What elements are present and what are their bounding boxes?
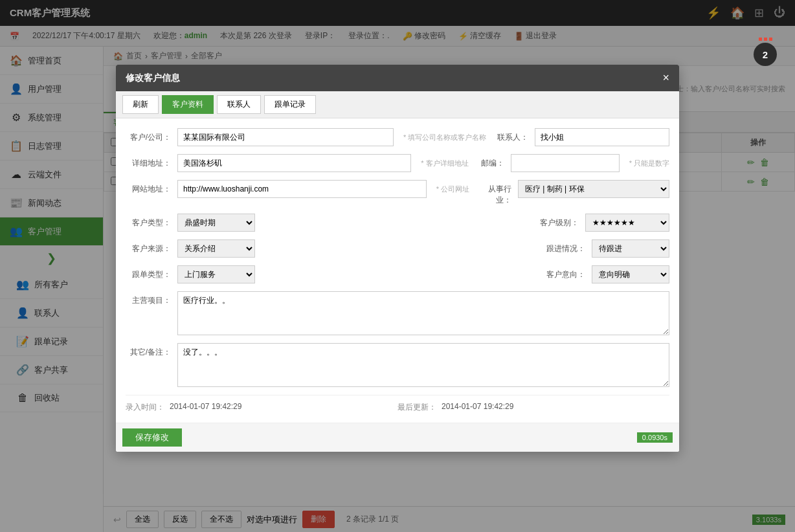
modal-tab-contacts[interactable]: 联系人	[217, 95, 261, 114]
form-row-website: 网站地址： * 公司网址 从事行业： 医疗 | 制药 | 环保	[126, 180, 669, 206]
modal-tab-refresh[interactable]: 刷新	[122, 95, 159, 114]
zip-input[interactable]	[511, 154, 620, 172]
followup-select[interactable]: 待跟进	[592, 239, 669, 258]
form-row-notes: 其它/备注： 没了。。。	[126, 343, 669, 387]
notes-label: 其它/备注：	[126, 343, 171, 358]
notification-count: 2	[763, 49, 768, 60]
form-row-address: 详细地址： * 客户详细地址 邮编： * 只能是数字	[126, 154, 669, 172]
modal-footer: 保存修改 0.0930s	[116, 423, 679, 452]
address-placeholder: * 客户详细地址	[421, 154, 468, 168]
form-row-company: 客户/公司： * 填写公司名称或客户名称 联系人：	[126, 128, 669, 146]
main-project-textarea[interactable]: 医疗行业。。	[177, 291, 669, 335]
modal-tab-order-records[interactable]: 跟单记录	[264, 95, 316, 114]
modal-perf-badge: 0.0930s	[637, 432, 673, 443]
customer-type-label: 客户类型：	[126, 214, 171, 228]
form-row-type-level: 客户类型： 鼎盛时期 客户级别： ★★★★★★	[126, 214, 669, 232]
updated-label: 最后更新：	[398, 402, 436, 413]
modal-header: 修改客户信息 ×	[116, 65, 679, 91]
address-input[interactable]	[177, 154, 411, 172]
industry-select[interactable]: 医疗 | 制药 | 环保	[518, 180, 669, 198]
zip-label: 邮编：	[475, 154, 504, 169]
form-row-main-project: 主营项目： 医疗行业。。	[126, 291, 669, 335]
modal-save-button[interactable]: 保存修改	[122, 428, 182, 447]
modal-tab-customer-data[interactable]: 客户资料	[162, 95, 214, 114]
main-project-label: 主营项目：	[126, 291, 171, 306]
notification-bubble[interactable]: 2	[754, 43, 777, 66]
contact-label: 联系人：	[493, 128, 528, 143]
company-placeholder: * 填写公司名称或客户名称	[403, 128, 486, 142]
customer-type-select[interactable]: 鼎盛时期	[177, 214, 255, 232]
notes-textarea[interactable]: 没了。。。	[177, 343, 669, 387]
form-row-source-followup: 客户来源： 关系介绍 跟进情况： 待跟进	[126, 239, 669, 258]
customer-level-label: 客户级别：	[540, 214, 579, 228]
customer-level-select[interactable]: ★★★★★★	[585, 214, 669, 232]
followup-label: 跟进情况：	[546, 239, 585, 254]
contact-input[interactable]	[535, 128, 669, 146]
order-type-label: 跟单类型：	[126, 265, 171, 280]
source-select[interactable]: 关系介绍	[177, 239, 255, 258]
company-label: 客户/公司：	[126, 128, 171, 143]
updated-info: 最后更新： 2014-01-07 19:42:29	[398, 402, 669, 413]
zip-hint: * 只能是数字	[629, 154, 669, 168]
modal-tabs: 刷新 客户资料 联系人 跟单记录	[116, 91, 679, 118]
intention-label: 客户意向：	[546, 265, 585, 280]
source-label: 客户来源：	[126, 239, 171, 254]
modal-body: 客户/公司： * 填写公司名称或客户名称 联系人： 详细地址： * 客户详细地址…	[116, 118, 679, 423]
created-value: 2014-01-07 19:42:29	[170, 402, 241, 413]
modal-title: 修改客户信息	[126, 72, 180, 84]
updated-value: 2014-01-07 19:42:29	[442, 402, 513, 413]
order-type-select[interactable]: 上门服务	[177, 265, 255, 283]
created-info: 录入时间： 2014-01-07 19:42:29	[126, 402, 398, 413]
info-row: 录入时间： 2014-01-07 19:42:29 最后更新： 2014-01-…	[126, 395, 669, 413]
modal-save-area: 保存修改	[122, 428, 182, 447]
address-label: 详细地址：	[126, 154, 171, 169]
website-input[interactable]	[177, 180, 427, 198]
created-label: 录入时间：	[126, 402, 164, 413]
modal: 修改客户信息 × 刷新 客户资料 联系人 跟单记录 客户/公司： * 填写公司名…	[116, 65, 679, 452]
company-input[interactable]	[177, 128, 394, 146]
website-label: 网站地址：	[126, 180, 171, 195]
form-row-order-intention: 跟单类型： 上门服务 客户意向： 意向明确	[126, 265, 669, 283]
website-placeholder: * 公司网址	[436, 180, 469, 194]
modal-close-button[interactable]: ×	[662, 71, 669, 85]
industry-label: 从事行业：	[476, 180, 511, 206]
intention-select[interactable]: 意向明确	[592, 265, 669, 283]
modal-overlay[interactable]: 修改客户信息 × 刷新 客户资料 联系人 跟单记录 客户/公司： * 填写公司名…	[0, 0, 795, 532]
